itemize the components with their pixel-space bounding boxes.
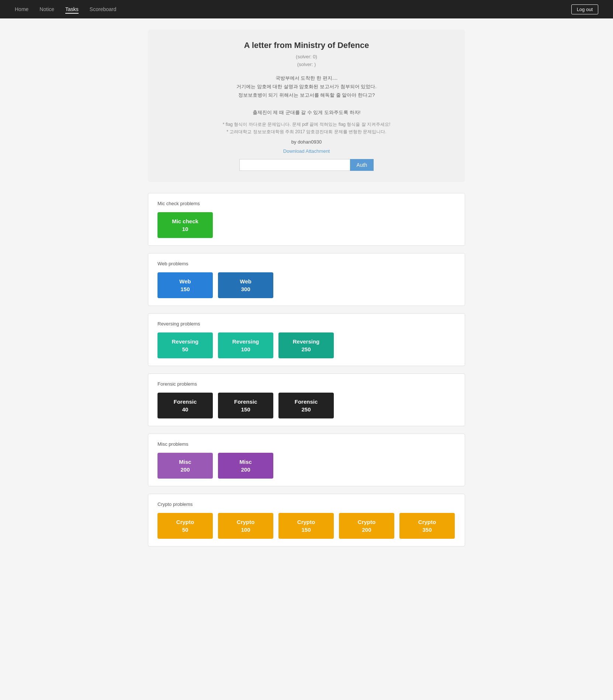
problem-btn-crypto-4[interactable]: Crypto350 bbox=[399, 513, 455, 539]
problem-btn-crypto-1[interactable]: Crypto100 bbox=[218, 513, 273, 539]
problems-grid-forensic: Forensic40Forensic150Forensic250 bbox=[157, 393, 456, 418]
sections-container: Mic check problemsMic check10Web problem… bbox=[148, 193, 465, 546]
section-crypto: Crypto problemsCrypto50Crypto100Crypto15… bbox=[148, 494, 465, 546]
section-title-crypto: Crypto problems bbox=[157, 501, 456, 507]
featured-description: 국방부에서 도착한 한 편지.... 거기에는 암호에 대한 설명과 암호화된 … bbox=[163, 74, 450, 117]
problems-grid-crypto: Crypto50Crypto100Crypto150Crypto200Crypt… bbox=[157, 513, 456, 539]
problem-btn-web-1[interactable]: Web300 bbox=[218, 272, 273, 298]
download-link[interactable]: Download Attachment bbox=[163, 148, 450, 154]
problem-btn-crypto-2[interactable]: Crypto150 bbox=[278, 513, 334, 539]
nav-home[interactable]: Home bbox=[15, 5, 28, 14]
nav-tasks[interactable]: Tasks bbox=[65, 5, 79, 14]
auth-button[interactable]: Auth bbox=[350, 159, 374, 171]
problem-btn-forensic-2[interactable]: Forensic250 bbox=[278, 393, 334, 418]
problem-btn-web-0[interactable]: Web150 bbox=[157, 272, 213, 298]
problem-btn-misc-0[interactable]: Misc200 bbox=[157, 453, 213, 479]
section-forensic: Forensic problemsForensic40Forensic150Fo… bbox=[148, 373, 465, 426]
navbar: Home Notice Tasks Scoreboard Log out bbox=[0, 0, 613, 18]
section-misc: Misc problemsMisc200Misc200 bbox=[148, 434, 465, 486]
problem-btn-forensic-0[interactable]: Forensic40 bbox=[157, 393, 213, 418]
problem-btn-crypto-3[interactable]: Crypto200 bbox=[339, 513, 394, 539]
solver-line2: (solver: ) bbox=[163, 61, 450, 69]
section-title-web: Web problems bbox=[157, 261, 456, 266]
problem-btn-crypto-0[interactable]: Crypto50 bbox=[157, 513, 213, 539]
nav-scoreboard[interactable]: Scoreboard bbox=[90, 5, 116, 14]
solver-info: (solver: 0) (solver: ) bbox=[163, 53, 450, 69]
section-web: Web problemsWeb150Web300 bbox=[148, 253, 465, 306]
problems-grid-misc: Misc200Misc200 bbox=[157, 453, 456, 479]
section-title-forensic: Forensic problems bbox=[157, 381, 456, 387]
problem-btn-mic-0[interactable]: Mic check10 bbox=[157, 212, 213, 238]
section-reversing: Reversing problemsReversing50Reversing10… bbox=[148, 313, 465, 366]
section-mic: Mic check problemsMic check10 bbox=[148, 193, 465, 246]
section-title-mic: Mic check problems bbox=[157, 201, 456, 206]
logout-button[interactable]: Log out bbox=[571, 4, 598, 14]
nav-notice[interactable]: Notice bbox=[39, 5, 54, 14]
featured-title: A letter from Ministry of Defence bbox=[163, 41, 450, 50]
featured-author: by dohan0930 bbox=[163, 139, 450, 145]
section-title-misc: Misc problems bbox=[157, 441, 456, 447]
problem-btn-reversing-0[interactable]: Reversing50 bbox=[157, 332, 213, 358]
problem-btn-reversing-1[interactable]: Reversing100 bbox=[218, 332, 273, 358]
section-title-reversing: Reversing problems bbox=[157, 321, 456, 327]
featured-card: A letter from Ministry of Defence (solve… bbox=[148, 30, 465, 182]
problems-grid-reversing: Reversing50Reversing100Reversing250 bbox=[157, 332, 456, 358]
problems-grid-mic: Mic check10 bbox=[157, 212, 456, 238]
featured-note: * flag 형식이 까다로운 문제입니다. 문제 pdf 끝에 적혀있는 fl… bbox=[163, 121, 450, 136]
solver-line1: (solver: 0) bbox=[163, 53, 450, 61]
problem-btn-misc-1[interactable]: Misc200 bbox=[218, 453, 273, 479]
navbar-links: Home Notice Tasks Scoreboard bbox=[15, 5, 116, 14]
problem-btn-forensic-1[interactable]: Forensic150 bbox=[218, 393, 273, 418]
auth-input[interactable] bbox=[239, 159, 350, 171]
page-content: A letter from Ministry of Defence (solve… bbox=[141, 30, 472, 546]
auth-row: Auth bbox=[163, 159, 450, 171]
problem-btn-reversing-2[interactable]: Reversing250 bbox=[278, 332, 334, 358]
problems-grid-web: Web150Web300 bbox=[157, 272, 456, 298]
